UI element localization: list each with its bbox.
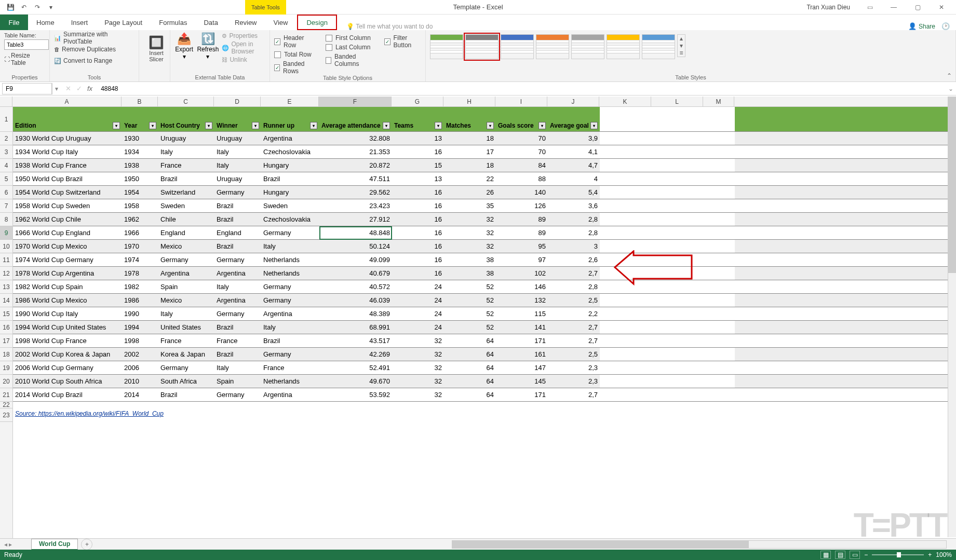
- cell[interactable]: 16: [392, 199, 444, 212]
- cell[interactable]: 3: [548, 240, 600, 253]
- column-header-I[interactable]: I: [495, 97, 547, 106]
- zoom-in-icon[interactable]: +: [928, 551, 932, 558]
- filter-button[interactable]: ▾: [149, 122, 156, 129]
- cell[interactable]: 35: [444, 199, 496, 212]
- column-header-C[interactable]: C: [158, 97, 214, 106]
- cell[interactable]: 16: [392, 267, 444, 280]
- cell[interactable]: 13: [392, 132, 444, 145]
- select-all-corner[interactable]: [0, 97, 12, 106]
- page-break-view-icon[interactable]: ▭: [850, 551, 860, 559]
- cell[interactable]: 48.848: [319, 226, 392, 239]
- cell[interactable]: Germany: [158, 361, 214, 374]
- cell[interactable]: 50.124: [319, 240, 392, 253]
- cell[interactable]: 2010: [122, 375, 158, 388]
- cell[interactable]: 52.491: [319, 361, 392, 374]
- table-style-swatch[interactable]: [571, 34, 604, 59]
- cell[interactable]: 64: [444, 334, 496, 347]
- cell[interactable]: 2,2: [548, 307, 600, 320]
- cell[interactable]: Argentina: [214, 294, 261, 307]
- cell[interactable]: Chile: [158, 213, 214, 226]
- share-button[interactable]: 👤 Share: [908, 22, 935, 30]
- row-header-13[interactable]: 13: [0, 280, 12, 294]
- cell[interactable]: 52: [444, 294, 496, 307]
- cell[interactable]: Netherlands: [261, 253, 319, 266]
- cell[interactable]: 70: [496, 145, 548, 158]
- row-header-11[interactable]: 11: [0, 253, 12, 267]
- cell[interactable]: 29.562: [319, 186, 392, 199]
- cell[interactable]: 2014 World Cup Brazil: [13, 388, 122, 401]
- cell[interactable]: 147: [496, 361, 548, 374]
- cell[interactable]: 146: [496, 280, 548, 293]
- cell[interactable]: Brazil: [214, 321, 261, 334]
- home-tab[interactable]: Home: [28, 15, 63, 30]
- row-header-12[interactable]: 12: [0, 267, 12, 280]
- cell[interactable]: France: [158, 159, 214, 172]
- fx-icon[interactable]: fx: [87, 85, 92, 92]
- cell[interactable]: Brazil: [261, 172, 319, 185]
- cell[interactable]: 32.808: [319, 132, 392, 145]
- cell[interactable]: 1950: [122, 172, 158, 185]
- cell[interactable]: 24: [392, 294, 444, 307]
- row-header-17[interactable]: 17: [0, 334, 12, 348]
- cell[interactable]: 2,8: [548, 280, 600, 293]
- cell[interactable]: 1938: [122, 159, 158, 172]
- row-header-9[interactable]: 9: [0, 226, 12, 240]
- table-style-swatch[interactable]: [536, 34, 569, 59]
- row-header-4[interactable]: 4: [0, 159, 12, 172]
- column-header-K[interactable]: K: [599, 97, 651, 106]
- cell[interactable]: 1930 World Cup Uruguay: [13, 132, 122, 145]
- cell[interactable]: 97: [496, 253, 548, 266]
- cell[interactable]: 46.039: [319, 294, 392, 307]
- cell[interactable]: 1970: [122, 240, 158, 253]
- row-header-20[interactable]: 20: [0, 375, 12, 388]
- row-header-2[interactable]: 2: [0, 132, 12, 145]
- maximize-icon[interactable]: ▢: [907, 1, 928, 13]
- cell[interactable]: 5,4: [548, 186, 600, 199]
- cell[interactable]: 1950 World Cup Brazil: [13, 172, 122, 185]
- cell[interactable]: 2,7: [548, 267, 600, 280]
- filter-button[interactable]: ▾: [113, 122, 120, 129]
- new-sheet-button[interactable]: +: [81, 539, 92, 550]
- cell[interactable]: 4: [548, 172, 600, 185]
- cells-area[interactable]: Edition▾Year▾Host Country▾Winner▾Runner …: [13, 107, 956, 543]
- cancel-icon[interactable]: ✕: [65, 85, 71, 92]
- horizontal-scrollbar[interactable]: [452, 540, 947, 549]
- formulas-tab[interactable]: Formulas: [151, 15, 195, 30]
- cell[interactable]: Spain: [214, 375, 261, 388]
- row-header-16[interactable]: 16: [0, 321, 12, 334]
- cell[interactable]: Hungary: [261, 159, 319, 172]
- cell[interactable]: 3,9: [548, 132, 600, 145]
- cell[interactable]: 32: [392, 388, 444, 401]
- row-header-7[interactable]: 7: [0, 199, 12, 213]
- ribbon-options-icon[interactable]: ▭: [859, 1, 880, 13]
- filter-button[interactable]: ▾: [538, 122, 546, 129]
- zoom-level[interactable]: 100%: [936, 551, 952, 558]
- cell[interactable]: 52: [444, 321, 496, 334]
- cell[interactable]: 115: [496, 307, 548, 320]
- cell[interactable]: 1986: [122, 294, 158, 307]
- cell[interactable]: 141: [496, 321, 548, 334]
- cell[interactable]: 1994 World Cup United States: [13, 321, 122, 334]
- table-style-swatch[interactable]: [642, 34, 675, 59]
- cell[interactable]: 1998 World Cup France: [13, 334, 122, 347]
- row-header-19[interactable]: 19: [0, 361, 12, 375]
- cell[interactable]: Germany: [214, 253, 261, 266]
- cell[interactable]: 145: [496, 375, 548, 388]
- cell[interactable]: Italy: [261, 240, 319, 253]
- cell[interactable]: Germany: [214, 186, 261, 199]
- cell[interactable]: 64: [444, 388, 496, 401]
- cell[interactable]: 2,6: [548, 253, 600, 266]
- filter-button-checkbox[interactable]: ✓Filter Button: [384, 34, 421, 49]
- cell[interactable]: 16: [392, 213, 444, 226]
- cell[interactable]: 42.269: [319, 348, 392, 361]
- cell[interactable]: 22: [444, 172, 496, 185]
- cell[interactable]: 52: [444, 280, 496, 293]
- cell[interactable]: Argentina: [261, 307, 319, 320]
- filter-button[interactable]: ▾: [435, 122, 442, 129]
- cell[interactable]: 1978: [122, 267, 158, 280]
- cell[interactable]: 2010 World Cup South Africa: [13, 375, 122, 388]
- row-header-15[interactable]: 15: [0, 307, 12, 321]
- column-header-G[interactable]: G: [392, 97, 443, 106]
- cell[interactable]: 88: [496, 172, 548, 185]
- cell[interactable]: Germany: [158, 253, 214, 266]
